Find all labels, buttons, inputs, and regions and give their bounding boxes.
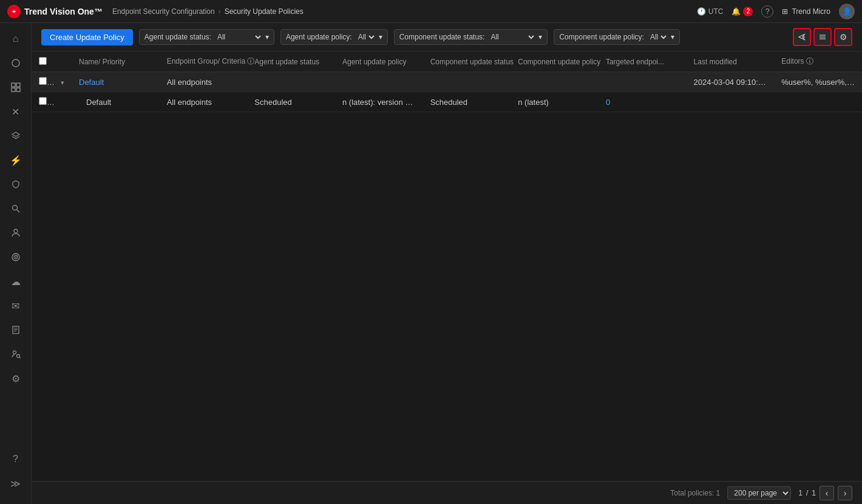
svg-rect-4 <box>12 88 15 92</box>
row2-component-update-policy: n (latest) <box>511 92 599 112</box>
filter3-chevron: ▾ <box>538 33 542 41</box>
row1-expand-btn[interactable]: ▾ <box>61 79 64 86</box>
logo-icon <box>7 5 21 18</box>
sidebar-item-circle[interactable] <box>5 52 27 74</box>
col-editors: Editors ⓘ <box>774 52 862 72</box>
row2-editors <box>774 92 862 112</box>
agent-update-policy-filter[interactable]: Agent update policy: All ▾ <box>280 29 388 45</box>
row2-checkbox[interactable] <box>39 97 47 105</box>
gear-settings-button[interactable]: ⚙ <box>834 28 852 46</box>
endpoint-group-info-icon[interactable]: ⓘ <box>247 57 254 66</box>
row2-name: Default <box>72 92 160 112</box>
prev-page-button[interactable]: ‹ <box>820 486 834 500</box>
col-endpoint-group: Endpoint Group/ Criteria ⓘ <box>160 52 248 72</box>
row2-component-update-status: Scheduled <box>423 92 511 112</box>
pagination: 1 / 1 ‹ › <box>798 486 852 500</box>
sidebar-item-layers[interactable] <box>5 125 27 147</box>
filter4-chevron: ▾ <box>671 33 674 41</box>
per-page-select[interactable]: 200 per page 100 per page 50 per page <box>727 486 791 500</box>
row2-targeted-endpoints[interactable]: 0 <box>599 92 687 112</box>
create-update-policy-button[interactable]: Create Update Policy <box>41 29 133 45</box>
table-header-row: Name/ Priority Endpoint Group/ Criteria … <box>32 52 862 72</box>
sidebar-item-report[interactable] <box>5 319 27 341</box>
toolbar-actions: ⚙ <box>793 28 852 46</box>
agent-update-policy-select[interactable]: All <box>356 32 376 42</box>
col-component-update-status: Component update status <box>423 52 511 72</box>
row1-endpoint-group: All endpoints <box>160 72 248 92</box>
svg-point-17 <box>16 355 19 358</box>
table-row: Default All endpoints Scheduled n (lates… <box>32 92 862 112</box>
sidebar-item-cloud[interactable]: ☁ <box>5 270 27 292</box>
agent-update-status-select[interactable]: All Scheduled Completed <box>215 32 263 42</box>
main-layout: ⌂ ✕ ⚡ ☁ ✉ ⚙ <box>0 23 862 504</box>
sidebar-item-home[interactable]: ⌂ <box>5 28 27 50</box>
sidebar-item-shield[interactable] <box>5 173 27 195</box>
filter2-chevron: ▾ <box>379 33 382 41</box>
component-update-status-label: Component update status: <box>399 33 485 41</box>
svg-line-18 <box>19 357 21 358</box>
component-update-policy-filter[interactable]: Component update policy: All ▾ <box>554 29 679 45</box>
brand-area: ⊞ Trend Micro <box>782 7 830 16</box>
svg-point-6 <box>12 206 17 210</box>
user-avatar[interactable]: 👤 <box>839 4 855 19</box>
sidebar-item-search[interactable] <box>5 198 27 220</box>
row2-agent-update-status: Scheduled <box>247 92 335 112</box>
row1-name[interactable]: Default <box>72 72 160 92</box>
breadcrumb-current: Security Update Policies <box>225 7 304 16</box>
page-current: 1 <box>798 489 803 497</box>
agent-update-policy-label: Agent update policy: <box>286 33 352 41</box>
select-all-checkbox[interactable] <box>39 57 47 65</box>
help-button[interactable]: ? <box>761 5 773 18</box>
sidebar-bottom: ? ≫ <box>5 448 27 499</box>
breadcrumb: Endpoint Security Configuration › Securi… <box>112 7 304 16</box>
sidebar-item-lightning[interactable]: ⚡ <box>5 149 27 171</box>
utc-clock[interactable]: 🕐 UTC <box>697 7 724 16</box>
row1-checkbox-cell[interactable] <box>32 72 53 92</box>
component-update-status-select[interactable]: All Scheduled Completed <box>488 32 536 42</box>
row1-agent-update-policy <box>335 72 423 92</box>
sidebar-expand[interactable]: ≫ <box>5 472 27 494</box>
col-targeted-endpoints: Targeted endpoi... <box>599 52 687 72</box>
row1-component-update-policy <box>511 72 599 92</box>
row2-expand-cell <box>53 92 72 112</box>
notification-bell[interactable]: 🔔 2 <box>731 7 753 16</box>
app-title: Trend Vision One™ <box>24 7 103 16</box>
editors-info-icon[interactable]: ⓘ <box>806 57 813 66</box>
sidebar-item-settings[interactable]: ⚙ <box>5 368 27 389</box>
send-policy-button[interactable] <box>793 28 811 46</box>
row1-expand-cell[interactable]: ▾ <box>53 72 72 92</box>
sidebar-item-user-search[interactable] <box>5 343 27 365</box>
component-update-policy-label: Component update policy: <box>559 33 643 41</box>
row1-targeted-endpoints <box>599 72 687 92</box>
component-update-policy-select[interactable]: All <box>648 32 668 42</box>
row2-agent-update-policy: n (latest): version 24.06 <box>335 92 423 112</box>
row2-last-modified <box>687 92 775 112</box>
svg-rect-5 <box>16 88 20 92</box>
notification-count: 2 <box>743 7 753 16</box>
breadcrumb-separator: › <box>219 7 221 16</box>
row1-checkbox[interactable] <box>39 77 47 85</box>
row2-checkbox-cell[interactable] <box>32 92 53 112</box>
select-all-header[interactable] <box>32 52 53 72</box>
policies-table-wrapper: Name/ Priority Endpoint Group/ Criteria … <box>32 52 862 481</box>
col-name-priority: Name/ Priority <box>72 52 160 72</box>
sidebar-item-target[interactable] <box>5 246 27 268</box>
row2-endpoints-count-link[interactable]: 0 <box>606 98 610 107</box>
brand-name: Trend Micro <box>792 7 830 16</box>
column-settings-button[interactable] <box>813 28 832 46</box>
sidebar-item-person[interactable] <box>5 222 27 244</box>
row1-name-link[interactable]: Default <box>79 78 104 87</box>
component-update-status-filter[interactable]: Component update status: All Scheduled C… <box>394 29 548 45</box>
row1-component-update-status <box>423 72 511 92</box>
breadcrumb-parent[interactable]: Endpoint Security Configuration <box>112 7 215 16</box>
next-page-button[interactable]: › <box>838 486 852 500</box>
help-icon: ? <box>761 5 773 18</box>
toolbar: Create Update Policy Agent update status… <box>32 23 862 52</box>
sidebar-help[interactable]: ? <box>5 448 27 470</box>
svg-point-1 <box>12 59 19 67</box>
sidebar-item-dashboard[interactable] <box>5 76 27 98</box>
sidebar-item-email[interactable]: ✉ <box>5 295 27 317</box>
bell-icon: 🔔 <box>731 7 741 16</box>
agent-update-status-filter[interactable]: Agent update status: All Scheduled Compl… <box>139 29 274 45</box>
sidebar-item-x[interactable]: ✕ <box>5 101 27 123</box>
